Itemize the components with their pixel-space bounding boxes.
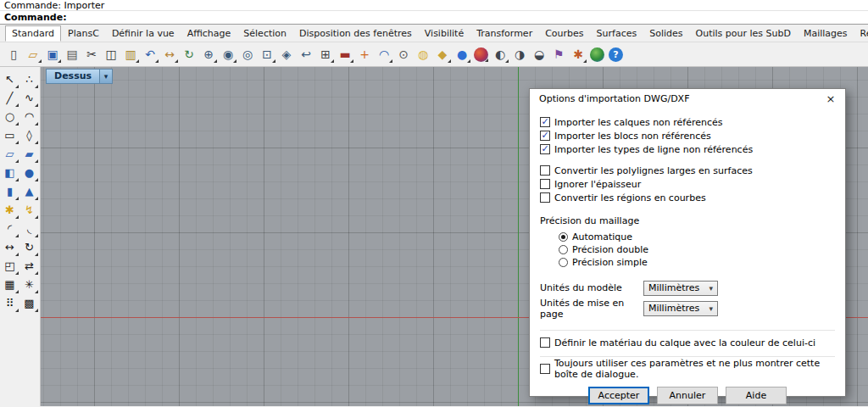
checkbox-d-finir-le-mat-riau-du-calque-avec-la-co[interactable]: Définir le matériau du calque avec la co… [540, 336, 835, 349]
polar-array-tool-icon[interactable]: ✳ [20, 276, 38, 293]
view-previous-icon[interactable]: ↩ [298, 46, 314, 63]
print-icon[interactable]: ▤ [64, 46, 81, 63]
snap-grid-icon[interactable]: ⊞ [317, 46, 334, 63]
settings-gears-icon[interactable]: ✱ [570, 46, 587, 63]
checkbox-ignorer-l-paisseur[interactable]: Ignorer l'épaisseur [540, 177, 835, 191]
tab-plansc[interactable]: PlansC [62, 26, 105, 41]
history-icon[interactable]: ⊙ [395, 46, 412, 63]
unit-select-unit-s-du-mod-le[interactable]: Millimètres▾ [643, 281, 718, 296]
copy-icon[interactable]: ◫ [103, 46, 120, 63]
paste-icon[interactable]: ▥ [122, 46, 139, 63]
dialog-buttons: AccepterAnnulerAide [540, 387, 835, 404]
zoom-in-icon[interactable]: ⊕ [200, 46, 217, 63]
tab-s-lection[interactable]: Sélection [237, 26, 292, 41]
points-grid-tool-icon[interactable]: ⠿ [1, 294, 19, 312]
tab-transformer[interactable]: Transformer [470, 26, 538, 41]
rectangle-tool-icon[interactable]: ▭ [1, 126, 19, 144]
scale-tool-icon[interactable]: ◰ [1, 257, 19, 275]
polyline-tool-icon[interactable]: ╱ [1, 89, 19, 107]
lock-icon[interactable]: ◆ [434, 46, 451, 63]
zoom-window-icon[interactable]: ◉ [220, 46, 236, 63]
render-icon[interactable] [474, 47, 488, 62]
arc-tool-icon[interactable]: ◠ [20, 108, 38, 125]
box-tool-icon[interactable]: ◧ [1, 164, 19, 181]
cut-icon[interactable]: ✂ [83, 46, 100, 63]
checkbox-importer-les-types-de-ligne-non-r-f-renc[interactable]: ✓Importer les types de ligne non référen… [540, 142, 835, 156]
named-views-icon[interactable]: ▬ [337, 46, 353, 63]
viewport-tab-label[interactable]: Dessus [46, 69, 100, 84]
gear-tool-icon[interactable]: ✱ [1, 201, 19, 219]
tab-standard[interactable]: Standard [5, 25, 61, 42]
help-icon[interactable]: ? [609, 47, 623, 62]
zoom-selected-icon[interactable]: ◈ [278, 46, 295, 63]
fillet-tool-icon[interactable]: ◜ [1, 220, 19, 237]
checkbox-toujours-utiliser-ces-param-tres-et-ne-p[interactable]: Toujours utiliser ces paramètres et ne p… [540, 362, 835, 376]
cone-tool-icon[interactable]: ▲ [20, 182, 38, 200]
pan-hand-icon[interactable]: ↔ [161, 46, 178, 63]
flag-icon[interactable]: ⚑ [550, 46, 567, 63]
tab-maillages[interactable]: Maillages [798, 26, 854, 41]
undo-icon[interactable]: ↶ [142, 46, 159, 63]
viewport-tab[interactable]: Dessus ▾ [46, 69, 113, 84]
tab-visibilit[interactable]: Visibilité [419, 26, 470, 41]
tab-d-finir-la-vue[interactable]: Définir la vue [106, 26, 181, 41]
rotate-view-icon[interactable]: ↻ [181, 46, 198, 63]
tab-rendu[interactable]: Rendu [854, 26, 868, 41]
zoom-extents-icon[interactable]: ⊡ [259, 46, 275, 63]
shaded-view-icon[interactable]: ◐ [492, 46, 509, 63]
checkbox-label: Convertir les polylignes larges en surfa… [554, 165, 753, 176]
point-tool-icon[interactable]: ∴ [20, 70, 38, 88]
xray-view-icon[interactable]: ◒ [531, 46, 548, 63]
curve-tool-icon[interactable]: ∿ [20, 89, 38, 107]
import-options-group: ✓Importer les calques non référencés✓Imp… [540, 115, 835, 156]
blue-sphere-icon[interactable]: ● [453, 46, 470, 63]
lightning-tool-icon[interactable]: ↯ [20, 201, 38, 219]
cancel-button[interactable]: Annuler [657, 387, 718, 404]
arc-icon[interactable]: ◠ [376, 46, 392, 63]
tab-affichage[interactable]: Affichage [181, 26, 237, 41]
close-icon[interactable]: × [816, 89, 845, 109]
accept-button[interactable]: Accepter [588, 387, 649, 404]
help-button[interactable]: Aide [726, 387, 787, 404]
cylinder-tool-icon[interactable]: ▮ [1, 182, 19, 200]
command-prompt-line[interactable]: Commande: [0, 11, 868, 25]
gumball-icon[interactable]: + [356, 46, 373, 63]
circle-tool-icon[interactable]: ○ [1, 108, 19, 125]
array-tool-icon[interactable]: ▦ [1, 276, 19, 293]
standard-toolbar: ▯▱▣▤✂◫▥↶↔↻⊕◉◎⊡◈↩⊞▬+◠⊙◍◆●◐◑◒⚑✱? [0, 42, 868, 67]
plane-tool-icon[interactable]: ▰ [20, 145, 38, 163]
radio-pr-cision-simple[interactable]: Précision simple [559, 256, 835, 269]
viewport-top[interactable]: Dessus ▾ Options d'importation DWG/DXF ×… [41, 67, 868, 406]
unit-select-unit-s-de-mise-en-page[interactable]: Millimètres▾ [643, 301, 718, 316]
tab-solides[interactable]: Solides [643, 26, 688, 41]
checkbox-importer-les-blocs-non-r-f-renc-s[interactable]: ✓Importer les blocs non référencés [540, 129, 835, 142]
pointer-tool-icon[interactable]: ↖ [1, 70, 19, 88]
zoom-dynamic-icon[interactable]: ◎ [239, 46, 256, 63]
light-bulb-icon[interactable]: ◍ [415, 46, 431, 63]
surface-tool-icon[interactable]: ▱ [1, 145, 19, 163]
save-icon[interactable]: ▣ [44, 46, 61, 63]
checkbox-convertir-les-r-gions-en-courbes[interactable]: Convertir les régions en courbes [540, 191, 835, 204]
radio-pr-cision-double[interactable]: Précision double [559, 243, 835, 256]
chamfer-tool-icon[interactable]: ◟ [20, 220, 38, 237]
mesh-tool-icon[interactable]: ▩ [20, 294, 38, 312]
checkbox-convertir-les-polylignes-larges-en-surfa[interactable]: Convertir les polylignes larges en surfa… [540, 164, 835, 177]
radio-automatique[interactable]: Automatique [559, 231, 835, 243]
chevron-down-icon[interactable]: ▾ [100, 69, 113, 84]
checkbox-importer-les-calques-non-r-f-renc-s[interactable]: ✓Importer les calques non référencés [540, 115, 835, 129]
rotate-tool-icon[interactable]: ↻ [20, 238, 38, 256]
remember-option-group: Toujours utiliser ces paramètres et ne p… [540, 356, 835, 376]
new-file-icon[interactable]: ▯ [5, 46, 22, 63]
ghosted-view-icon[interactable]: ◑ [511, 46, 528, 63]
polygon-tool-icon[interactable]: ◊ [20, 126, 38, 144]
tab-disposition-des-fen-tres[interactable]: Disposition des fenêtres [293, 26, 418, 41]
earth-globe-icon[interactable] [590, 47, 604, 62]
tab-surfaces[interactable]: Surfaces [591, 26, 643, 41]
sphere-tool-icon[interactable]: ● [20, 164, 38, 181]
move-tool-icon[interactable]: ↔ [1, 238, 19, 256]
tab-outils-pour-les-subd[interactable]: Outils pour les SubD [690, 26, 797, 41]
mirror-tool-icon[interactable]: ⇄ [20, 257, 38, 275]
tab-courbes[interactable]: Courbes [539, 26, 589, 41]
combo-value: Millimètres [648, 282, 709, 293]
open-folder-icon[interactable]: ▱ [25, 46, 42, 63]
